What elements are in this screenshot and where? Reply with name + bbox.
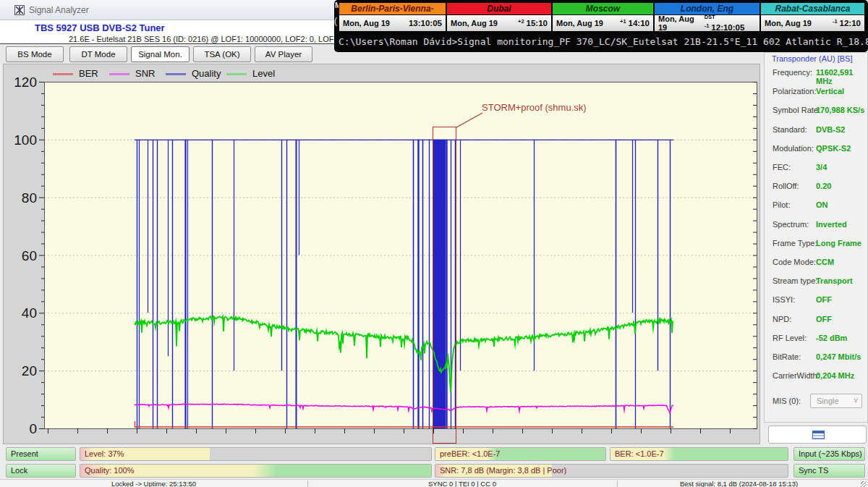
storm-annotation-leader-line [453, 106, 485, 131]
clock-datetime: Mon, Aug 19DST -112:10:05 [654, 15, 760, 32]
clock-city-name: Rabat-Casablanca [760, 2, 865, 15]
clock-date: Mon, Aug 19 [765, 19, 812, 27]
row-label: Spectrum: [773, 220, 809, 229]
clock-rabat-casablanca: Rabat-CasablancaMon, Aug 19-112:10 [760, 2, 865, 32]
transponder-row-npd: NPD:OFF [765, 310, 867, 329]
tab-signal-mon[interactable]: Signal Mon. [131, 46, 190, 62]
transponder-row-code-mode: Code Mode:CCM [765, 253, 867, 271]
level-bar-label: Level: 37% [85, 448, 124, 460]
y-tick-label-80: 80 [8, 190, 37, 206]
row-label: NPD: [773, 315, 791, 323]
row-label: RF Level: [773, 334, 807, 342]
y-tick-label-100: 100 [8, 132, 37, 148]
row-value: 0,247 Mbit/s [816, 352, 861, 361]
syncts-bar: Sync TS [793, 464, 865, 478]
row-value: -52 dBm [816, 334, 847, 342]
clock-dubai: DubaiMon, Aug 19+215:10 [446, 2, 552, 32]
input-bar-label: Input (~235 Kbps) [799, 448, 862, 460]
transponder-row-polarization: Polarization:Vertical [765, 82, 867, 101]
y-tick-label-0: 0 [8, 421, 37, 437]
status-lock-uptime: Locked -> Uptime: 25:13:50 [0, 480, 307, 487]
clock-date: Mon, Aug 19 [658, 14, 705, 32]
y-tick-label-120: 120 [8, 75, 37, 90]
transponder-row-bitrate: BitRate:0,247 Mbit/s [765, 347, 867, 366]
resize-grip[interactable] [861, 481, 867, 487]
transponder-row-frequency: Frequency:11602,591 MHz [765, 63, 867, 82]
row-value: 0.20 [816, 182, 831, 190]
tab-tsa-ok[interactable]: TSA (OK) [193, 46, 251, 62]
report-icon [812, 431, 825, 439]
status-best-signal: Best signal: 8,1 dB (2024-08-18 15:13) [617, 480, 861, 487]
clock-date: Mon, Aug 19 [556, 19, 603, 27]
console-command-line: C:\Users\Roman Dávid>Signal monitoring_P… [339, 36, 868, 47]
clock-utc-offset: -1 [833, 18, 838, 25]
clock-berlin-paris-vienna-roma: Berlin-Paris-Vienna-RomaMon, Aug 1913:10… [339, 2, 446, 32]
chart-panel: BERSNRQualityLevel 020406080100120 STORM… [3, 64, 760, 444]
storm-annotation-rect [433, 127, 456, 444]
row-value: 0,204 MHz [816, 371, 854, 380]
transponder-row-modulation: Modulation:QPSK-S2 [765, 139, 867, 158]
lock-bar-label: Lock [11, 465, 27, 477]
clock-time-value: 12:10 [840, 19, 861, 27]
chevron-down-icon: ˅ [854, 394, 858, 407]
preber-bar-label: preBER: <1.0E-7 [440, 448, 500, 460]
present-bar-label: Present [11, 448, 38, 460]
row-label: Standard: [773, 125, 807, 134]
tuner-subtitle: 21.6E - Eutelsat 21B SES 16 (ID: 0216) @… [69, 35, 355, 43]
clock-datetime: Mon, Aug 19+114:10 [552, 15, 654, 32]
legend-line-snr [109, 73, 129, 75]
row-label: Code Mode: [773, 258, 816, 266]
transponder-row-rf-level: RF Level:-52 dBm [765, 329, 867, 347]
transponder-panel-header: Transponder (AU) [BS] [772, 54, 852, 63]
clock-time-value: 14:10 [629, 19, 650, 27]
mis-row: MIS (0): Single ˅ [765, 391, 867, 410]
transponder-panel: Transponder (AU) [BS] Frequency:11602,59… [764, 52, 868, 423]
row-value: Vertical [816, 87, 844, 96]
y-tick-label-20: 20 [8, 363, 37, 379]
overlay-partial-text: ( [334, 16, 337, 26]
row-label: Stream type: [773, 276, 817, 285]
clock-utc-offset: +2 [518, 18, 524, 25]
clock-london-eng: London, EngMon, Aug 19DST -112:10:05 [654, 2, 760, 32]
transponder-row-spectrum: Spectrum:Inverted [765, 215, 867, 234]
row-label: Frequency: [773, 68, 812, 77]
clock-moscow: MoscowMon, Aug 19+114:10 [552, 2, 654, 32]
tab-av-player[interactable]: AV Player [255, 46, 312, 62]
clock-time-value: 15:10 [527, 19, 548, 27]
clock-datetime: Mon, Aug 1913:10:05 [339, 15, 446, 32]
input-bar: Input (~235 Kbps) [793, 447, 865, 461]
mis-selected-value: Single [817, 397, 839, 405]
tab-dt-mode[interactable]: DT Mode [69, 46, 127, 62]
app-icon [14, 5, 25, 15]
report-button[interactable] [768, 425, 867, 444]
transponder-row-pilot: Pilot:ON [765, 195, 867, 214]
mis-label: MIS (0): [773, 397, 801, 405]
tab-bs-mode[interactable]: BS Mode [6, 46, 64, 62]
row-value: OFF [816, 315, 832, 323]
row-value: Transport [816, 276, 853, 285]
clock-time-value: 12:10:05 [711, 23, 744, 32]
row-label: Symbol Rate: [773, 106, 820, 114]
row-label: FEC: [773, 163, 791, 171]
lock-bar: Lock [6, 464, 76, 478]
row-value: CCM [816, 258, 834, 266]
mis-select[interactable]: Single ˅ [810, 394, 862, 408]
row-label: CarrierWidth: [773, 371, 820, 380]
snr-bar-label: SNR: 7,8 dB (Margin: 3,8 dB | Poor) [440, 465, 566, 477]
preber-bar: preBER: <1.0E-7 [435, 447, 606, 461]
row-label: Polarization: [773, 87, 817, 96]
clock-date: Mon, Aug 19 [343, 19, 390, 27]
transponder-row-rolloff: RollOff:0.20 [765, 177, 867, 195]
world-clock-console-overlay: M ( Berlin-Paris-Vienna-RomaMon, Aug 191… [334, 0, 868, 52]
clock-datetime: Mon, Aug 19+215:10 [446, 15, 552, 32]
row-label: Pilot: [773, 200, 790, 209]
status-sync-counters: SYNC 0 | TEI 0 | CC 0 [307, 480, 617, 487]
row-value: Long Frame [816, 239, 861, 247]
legend-line-ber [53, 73, 73, 75]
quality-bar: Quality: 100% [80, 464, 432, 478]
transponder-row-issyi: ISSYI:OFF [765, 290, 867, 309]
syncts-bar-label: Sync TS [799, 465, 828, 477]
clock-datetime: Mon, Aug 19-112:10 [760, 15, 865, 32]
row-label: ISSYI: [773, 295, 795, 304]
transponder-row-carrierwidth: CarrierWidth:0,204 MHz [765, 366, 867, 385]
